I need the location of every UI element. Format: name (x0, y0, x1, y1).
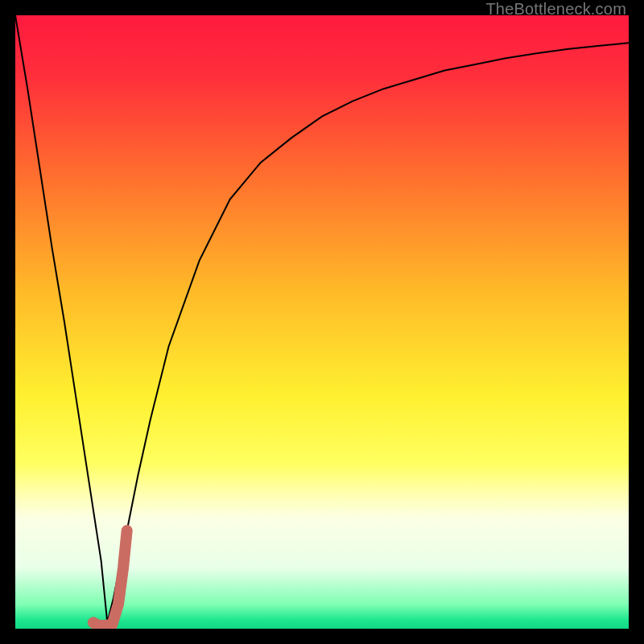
curve-line (15, 15, 629, 622)
watermark-text: TheBottleneck.com (485, 0, 626, 19)
plot-area (15, 15, 629, 629)
chart-frame: TheBottleneck.com (0, 0, 644, 644)
curves-layer (15, 15, 629, 629)
